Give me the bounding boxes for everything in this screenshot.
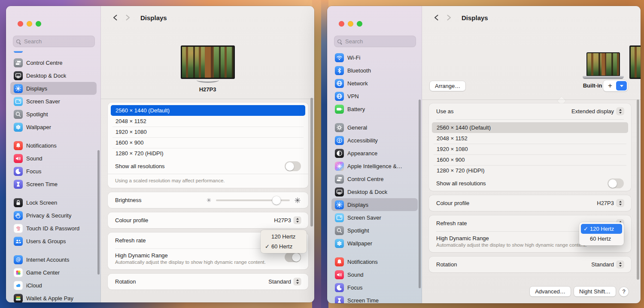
sidebar-item-apple-intelligence[interactable]: Apple Intelligence &… [331, 160, 418, 172]
sidebar-item-label: Notifications [347, 259, 378, 265]
search-field[interactable] [334, 36, 416, 47]
sidebar-item-screen-saver[interactable]: Screen Saver [10, 95, 97, 108]
sidebar-item-notifications[interactable]: Notifications [10, 139, 97, 152]
sidebar-item-desktop-dock[interactable]: Desktop & Dock [10, 69, 97, 82]
colour-profile-popup[interactable]: H27P3 [597, 199, 624, 207]
sidebar-item-battery[interactable]: Battery [331, 103, 418, 115]
brightness-slider[interactable] [206, 197, 301, 204]
resolution-row[interactable]: 2560 × 1440 (Default) [111, 105, 305, 116]
sun-icon [14, 84, 23, 93]
sidebar-item-wallet-apple-pay[interactable]: Wallet & Apple Pay [10, 292, 97, 302]
sidebar-item-users-groups[interactable]: Users & Groups [10, 235, 97, 248]
plus-icon[interactable]: + [604, 82, 616, 90]
sidebar-item-spotlight[interactable]: Spotlight [331, 224, 418, 237]
menu-item-120-hertz[interactable]: ✓120 Hertz [581, 224, 622, 234]
sidebar-item-appearance[interactable]: Appearance [331, 147, 418, 160]
zoom-button[interactable] [36, 21, 41, 27]
sidebar-item-sound[interactable]: Sound [10, 152, 97, 165]
sidebar-item-privacy-security[interactable]: Privacy & Security [10, 209, 97, 222]
hdr-label: High Dynamic Range [436, 235, 489, 242]
sidebar-item-wallpaper[interactable]: Wallpaper [10, 121, 97, 133]
sidebar-item-sound[interactable]: Sound [331, 268, 418, 281]
sidebar-item-displays[interactable]: Displays [10, 82, 97, 95]
refresh-rate-menu: ✓120 Hertz60 Hertz [579, 222, 624, 245]
use-as-value: Extended display [571, 108, 614, 115]
sidebar: Wi-FiBluetoothNetworkVPNBatteryGeneralAc… [327, 6, 422, 303]
colour-profile-popup[interactable]: H27P3 [274, 217, 301, 224]
sidebar-group: Control CentreDesktop & DockDisplaysScre… [10, 56, 97, 133]
stepper-icon [617, 108, 624, 115]
menu-item-60-hertz[interactable]: 60 Hertz [581, 234, 622, 244]
sidebar-item-wi-fi[interactable]: Wi-Fi [331, 51, 418, 64]
sidebar-item-general[interactable]: General [331, 121, 418, 134]
resolution-row[interactable]: 1600 × 900 [111, 137, 305, 148]
brightness-bright-icon [294, 197, 301, 204]
hdr-toggle[interactable] [285, 252, 301, 262]
help-button[interactable]: ? [619, 287, 629, 296]
sidebar-scrollbar[interactable] [419, 100, 421, 288]
add-display-button[interactable]: + [603, 80, 628, 91]
sidebar-item-internet-accounts[interactable]: @Internet Accounts [10, 253, 97, 266]
zoom-button[interactable] [357, 21, 362, 27]
forward-button[interactable] [446, 14, 452, 21]
sidebar-item-icloud[interactable]: iCloud [10, 279, 97, 292]
sidebar-item-notifications[interactable]: Notifications [331, 255, 418, 268]
advanced-button[interactable]: Advanced… [530, 287, 571, 296]
search-field[interactable] [13, 36, 95, 47]
sidebar-item-focus[interactable]: Focus [331, 281, 418, 294]
sidebar-item-screen-time[interactable]: Screen Time [331, 294, 418, 303]
close-button[interactable] [339, 21, 344, 27]
arrange-button[interactable]: Arrange… [430, 81, 465, 91]
show-all-resolutions-toggle[interactable] [608, 178, 624, 188]
resolution-row[interactable]: 2048 × 1152 [111, 116, 305, 127]
sidebar-item-desktop-dock[interactable]: Desktop & Dock [331, 185, 418, 198]
resolution-row[interactable]: 1600 × 900 [432, 154, 628, 165]
brightness-knob[interactable] [272, 196, 281, 205]
show-all-resolutions-toggle[interactable] [285, 161, 301, 171]
minimize-button[interactable] [27, 21, 32, 27]
sidebar-item-vpn[interactable]: VPN [331, 90, 418, 103]
brightness-track[interactable] [216, 199, 290, 201]
builtin-display-thumbnail[interactable] [586, 52, 620, 76]
close-button[interactable] [18, 21, 23, 27]
use-as-popup[interactable]: Extended display [571, 108, 624, 115]
forward-button[interactable] [125, 14, 131, 21]
menu-item-60-hertz[interactable]: ✓60 Hertz [262, 242, 305, 251]
content-scrollbar[interactable] [310, 98, 313, 226]
sidebar-item-accessibility[interactable]: Accessibility [331, 134, 418, 147]
sidebar-item-control-centre[interactable]: Control Centre [10, 56, 97, 69]
back-button[interactable] [433, 14, 439, 21]
sidebar-item-spotlight[interactable]: Spotlight [10, 108, 97, 121]
search-input[interactable] [23, 38, 91, 45]
sidebar-item-control-centre[interactable]: Control Centre [331, 172, 418, 185]
night-shift-button[interactable]: Night Shift… [574, 287, 616, 296]
external-display-thumbnail[interactable] [181, 45, 235, 79]
sidebar-item-screen-time[interactable]: Screen Time [10, 178, 97, 190]
resolution-row[interactable]: 2048 × 1152 [432, 133, 628, 144]
resolution-row[interactable]: 1280 × 720 (HiDPI) [432, 165, 628, 176]
sidebar-item-focus[interactable]: Focus [10, 165, 97, 178]
sidebar-item-bluetooth[interactable]: Bluetooth [331, 64, 418, 77]
search-input[interactable] [344, 38, 413, 45]
sidebar-item-wallpaper[interactable]: Wallpaper [331, 237, 418, 250]
menu-item-120-hertz[interactable]: 120 Hertz [262, 232, 305, 242]
minimize-button[interactable] [348, 21, 353, 27]
sidebar-item-displays[interactable]: Displays [331, 198, 418, 211]
sidebar-item-touch-id-password[interactable]: Touch ID & Password [10, 222, 97, 235]
sidebar-scrollbar[interactable] [97, 150, 100, 275]
rotation-popup[interactable]: Standard [268, 278, 301, 285]
resolution-row[interactable]: 1920 × 1080 [111, 127, 305, 137]
resolution-row[interactable]: 1920 × 1080 [432, 144, 628, 154]
sidebar-item-network[interactable]: Network [331, 77, 418, 90]
rotation-popup[interactable]: Standard [591, 261, 624, 268]
sidebar-item-lock-screen[interactable]: Lock Screen [10, 196, 97, 209]
sidebar-item-screen-saver[interactable]: Screen Saver [331, 211, 418, 224]
content-scrollbar[interactable] [637, 100, 639, 280]
add-display-dropdown[interactable] [616, 81, 627, 91]
resolution-row[interactable]: 1280 × 720 (HiDPI) [111, 148, 305, 159]
external-display-thumbnail[interactable] [629, 45, 641, 79]
resolution-row[interactable]: 2560 × 1440 (Default) [432, 122, 628, 133]
sidebar-group: GeneralAccessibilityAppearanceApple Inte… [331, 121, 418, 250]
back-button[interactable] [112, 14, 118, 21]
sidebar-item-game-center[interactable]: Game Center [10, 266, 97, 279]
